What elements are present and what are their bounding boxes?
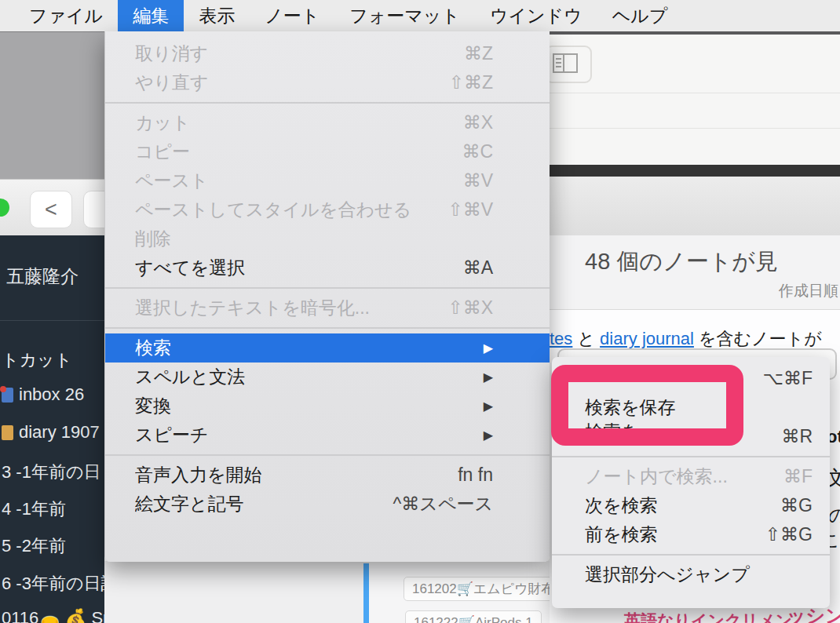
- notebook-icon: [2, 388, 13, 403]
- submenu-arrow-icon: ▶: [484, 428, 493, 443]
- tag-pill[interactable]: 161222🛒AirPods 1: [405, 610, 542, 623]
- menu-item-encrypt-selected-text: 選択したテキストを暗号化...⇧⌘X: [105, 293, 550, 322]
- menu-item-paste-match-style: ペーストしてスタイルを合わせる⇧⌘V: [105, 195, 550, 224]
- menu-bar: ファイル 編集 表示 ノート フォーマット ウインドウ ヘルプ: [0, 0, 840, 31]
- menubar-item-file[interactable]: ファイル: [14, 0, 118, 31]
- submenu-arrow-icon: ▶: [484, 370, 493, 384]
- sidebar-item[interactable]: 3 -1年前の日: [2, 461, 100, 484]
- query-term-link[interactable]: diary journal: [600, 329, 694, 348]
- sidebar-item-inbox[interactable]: inbox 26: [2, 384, 84, 405]
- submenu-item-jump-to-selection[interactable]: 選択部分へジャンプ: [552, 560, 830, 589]
- menu-separator: [552, 554, 830, 556]
- menu-separator: [105, 102, 550, 104]
- divider: [550, 128, 840, 129]
- search-match-highlight-text: 英語なりインクリメン: [624, 610, 792, 623]
- annotation-highlight-box: [551, 365, 743, 446]
- sidebar-section-shortcuts[interactable]: トカット: [2, 348, 72, 372]
- side-list-view-icon: [553, 53, 578, 73]
- menubar-item-format[interactable]: フォーマット: [334, 0, 475, 31]
- toolbar-background: [550, 177, 840, 235]
- menubar-item-edit[interactable]: 編集: [118, 0, 184, 31]
- menubar-item-note[interactable]: ノート: [250, 0, 334, 31]
- menu-item-emoji-symbols[interactable]: 絵文字と記号^⌘スペース: [105, 490, 550, 519]
- sidebar-item[interactable]: 5 -2年前: [2, 534, 66, 558]
- background-text-fragment: の: [828, 503, 840, 528]
- divider: [550, 93, 840, 93]
- account-name[interactable]: 五藤隆介: [6, 264, 79, 289]
- submenu-item-find-in-note: ノート内で検索...⌘F: [552, 462, 830, 491]
- submenu-item-find-next[interactable]: 次を検索⌘G: [552, 491, 830, 520]
- sidebar-item[interactable]: 4 -1年前: [2, 497, 66, 521]
- zoom-traffic-light-button[interactable]: [0, 199, 9, 217]
- desktop-background: [0, 31, 104, 179]
- results-count: 48 個のノートが見: [585, 246, 778, 278]
- divider: [0, 320, 104, 321]
- window-border: [550, 31, 840, 35]
- menu-item-redo: やり直す⇧⌘Z: [105, 68, 550, 97]
- sidebar: 五藤隆介 トカット inbox 26 diary 1907 3 -1年前の日 4…: [0, 235, 104, 623]
- menu-item-undo: 取り消す⌘Z: [105, 39, 550, 68]
- menu-item-select-all[interactable]: すべてを選択⌘A: [105, 253, 550, 282]
- menu-item-copy: コピー⌘C: [105, 137, 550, 166]
- menu-item-cut: カット⌘X: [105, 108, 550, 137]
- menu-separator: [552, 456, 830, 457]
- sidebar-item[interactable]: 6 -3年前の日記: [2, 572, 104, 596]
- sidebar-item-diary[interactable]: diary 1907: [2, 422, 100, 443]
- sort-order-label[interactable]: 作成日順: [779, 281, 838, 301]
- query-term-link[interactable]: tes: [550, 329, 572, 348]
- menu-item-transformations[interactable]: 変換▶: [105, 392, 550, 421]
- background-window-top: [550, 31, 840, 235]
- menu-item-paste: ペースト⌘V: [105, 166, 550, 195]
- window-toolbar: <: [0, 179, 104, 235]
- selected-note-indicator: [363, 563, 369, 623]
- submenu-arrow-icon: ▶: [484, 399, 493, 414]
- menubar-item-help[interactable]: ヘルプ: [597, 0, 683, 31]
- view-toggle-button[interactable]: [545, 46, 592, 83]
- query-description: tes と diary journal を含むノートが: [550, 327, 822, 351]
- back-button[interactable]: <: [30, 191, 72, 228]
- menu-item-delete: 削除: [105, 224, 550, 253]
- menu-item-spelling-grammar[interactable]: スペルと文法▶: [105, 363, 550, 392]
- menu-item-speech[interactable]: スピーチ▶: [105, 421, 550, 450]
- submenu-item-find-previous[interactable]: 前を検索⇧⌘G: [552, 520, 830, 549]
- menu-item-find[interactable]: 検索▶: [105, 333, 550, 363]
- menu-item-start-dictation[interactable]: 音声入力を開始fn fn: [105, 461, 550, 490]
- sidebar-item[interactable]: 0116👝 💰 SnowMonkey購入 9: [2, 607, 104, 623]
- menubar-item-window[interactable]: ウインドウ: [475, 0, 597, 31]
- notebook-icon: [2, 425, 13, 440]
- edit-menu: 取り消す⌘Z やり直す⇧⌘Z カット⌘X コピー⌘C ペースト⌘V ペーストして…: [104, 31, 550, 562]
- submenu-arrow-icon: ▶: [484, 341, 493, 355]
- screenshot-root: < 五藤隆介 トカット inbox 26 diary 1907 3 -1年前の日…: [0, 0, 840, 623]
- menu-separator: [105, 287, 550, 289]
- tag-pill[interactable]: 161202🛒エムピウ財布: [404, 577, 564, 601]
- note-list-strip: 161202🛒エムピウ財布 161222🛒AirPods 1: [104, 561, 550, 623]
- dark-window-edge: [550, 165, 840, 177]
- results-header: 48 個のノートが見 作成日順: [550, 235, 840, 310]
- menubar-item-view[interactable]: 表示: [184, 0, 250, 31]
- menu-separator: [105, 327, 550, 329]
- menu-separator: [105, 454, 550, 456]
